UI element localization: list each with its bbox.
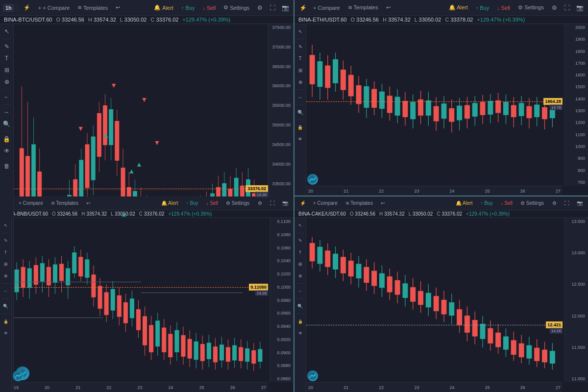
camera-icon-4[interactable]: 📷 [574, 198, 585, 209]
timeframe-btn-1[interactable]: 1h [3, 4, 14, 12]
alert-btn-3[interactable]: 🔔 Alert [158, 199, 181, 207]
layout-tool-4[interactable]: ⊞ [295, 259, 306, 270]
lock-tool-4[interactable]: 🔒 [295, 316, 306, 327]
lock-tool-1[interactable]: 🔒 [1, 134, 12, 145]
cursor-tool-2[interactable]: ↖ [295, 26, 306, 37]
svg-rect-275 [488, 328, 493, 343]
eye-tool-1[interactable]: 👁 [1, 146, 12, 156]
buy-btn-4[interactable]: ↑ Buy [478, 199, 496, 207]
settings-btn-2[interactable]: ⚙ Settings [515, 3, 547, 12]
sell-btn-1[interactable]: ↓ Sell [199, 4, 219, 12]
gear-icon-1[interactable]: ⚙ [254, 2, 265, 13]
expand-icon-1[interactable]: ⛶ [267, 2, 278, 13]
toolbar-3: ⚡ + Compare ≋ Templates ↩ 🔔 Alert ↑ Buy … [0, 196, 294, 210]
magnet-tool-1[interactable]: ⊕ [1, 76, 12, 87]
sell-btn-4[interactable]: ↓ Sell [498, 199, 515, 207]
settings-btn-1[interactable]: ⚙ Settings [220, 3, 252, 12]
cursor-tool-3[interactable]: ↖ [0, 220, 11, 231]
back-tool-4[interactable]: ← [295, 286, 306, 296]
trash-tool-1[interactable]: 🗑 [1, 161, 12, 172]
text-tool-2[interactable]: T [295, 53, 306, 64]
back-tool-1[interactable]: ← [1, 92, 12, 102]
camera-icon-2[interactable]: 📷 [574, 2, 585, 13]
templates-btn-1[interactable]: ≋ Templates [74, 3, 111, 12]
text-tool-3[interactable]: T [0, 247, 11, 258]
chart-panel-3: ⚡ + Compare ≋ Templates ↩ 🔔 Alert ↑ Buy … [0, 196, 294, 392]
eye-tool-3[interactable]: 👁 [0, 328, 11, 339]
expand-icon-3[interactable]: ⛶ [267, 198, 278, 209]
zoom-tool-3[interactable]: 🔍 [0, 301, 11, 312]
camera-icon-1[interactable]: 📷 [280, 2, 291, 13]
templates-btn-3[interactable]: ≋ Templates [48, 199, 81, 207]
signal-up-1d: ▲ [121, 210, 127, 218]
toolbar-right-4: 🔔 Alert ↑ Buy ↓ Sell ⚙ Settings ⚙ ⛶ 📷 [453, 198, 585, 209]
svg-rect-123 [457, 106, 462, 120]
measure-tool-1[interactable]: ↔ [1, 107, 12, 118]
layout-tool-1[interactable]: ⊞ [1, 65, 12, 75]
indicators-btn-1[interactable]: ⚡ [21, 3, 33, 12]
eye-tool-2[interactable]: 👁 [295, 134, 306, 145]
pencil-tool-3[interactable]: ✎ [0, 235, 11, 246]
indicators-btn-4[interactable]: ⚡ [297, 198, 308, 209]
undo-btn-1[interactable]: ↩ [113, 3, 123, 12]
back-tool-2[interactable]: ← [295, 92, 306, 102]
svg-rect-279 [504, 337, 509, 349]
buy-btn-2[interactable]: ↑ Buy [473, 4, 492, 12]
pencil-tool-2[interactable]: ✎ [295, 41, 306, 52]
templates-btn-2[interactable]: ≋ Templates [345, 3, 381, 12]
compare-btn-3[interactable]: + Compare [16, 199, 46, 207]
alert-btn-2[interactable]: 🔔 Alert [446, 3, 471, 12]
magnet-tool-4[interactable]: ⊕ [295, 270, 306, 281]
svg-rect-32 [109, 110, 113, 145]
eye-tool-4[interactable]: 👁 [295, 328, 306, 339]
templates-btn-4[interactable]: ≋ Templates [343, 199, 376, 207]
sell-btn-3[interactable]: ↓ Sell [203, 199, 221, 207]
expand-icon-2[interactable]: ⛶ [562, 2, 572, 13]
svg-rect-103 [380, 92, 385, 108]
indicators-btn-2[interactable]: ⚡ [297, 2, 308, 13]
text-tool-1[interactable]: T [1, 53, 12, 64]
price-axis-2: 2000 1900 1800 1700 1600 1500 1400 1300 … [564, 24, 588, 186]
undo-btn-2[interactable]: ↩ [383, 3, 393, 12]
sep-tool-3 [3, 104, 11, 105]
layout-tool-3[interactable]: ⊞ [0, 259, 11, 270]
settings-btn-4[interactable]: ⚙ Settings [517, 199, 547, 207]
compare-btn-4[interactable]: + Compare [310, 199, 341, 207]
sell-btn-2[interactable]: ↓ Sell [494, 4, 513, 12]
expand-icon-4[interactable]: ⛶ [562, 198, 572, 209]
templates-icon-1: ≋ [77, 4, 82, 11]
alert-btn-1[interactable]: 🔔 Alert [151, 3, 176, 12]
compare-btn-1[interactable]: + + Compare [35, 4, 73, 12]
undo-btn-4[interactable]: ↩ [378, 199, 388, 207]
back-tool-3[interactable]: ← [0, 286, 11, 296]
svg-rect-117 [434, 106, 439, 121]
undo-btn-3[interactable]: ↩ [83, 199, 93, 207]
magnet-tool-2[interactable]: ⊕ [295, 76, 306, 87]
zoom-tool-2[interactable]: 🔍 [295, 107, 306, 118]
camera-icon-3[interactable]: 📷 [280, 198, 291, 209]
pencil-tool-1[interactable]: ✎ [1, 41, 12, 52]
layout-tool-2[interactable]: ⊞ [295, 65, 306, 75]
magnet-tool-3[interactable]: ⊕ [0, 270, 11, 281]
pencil-tool-4[interactable]: ✎ [295, 235, 306, 246]
lock-tool-3[interactable]: 🔒 [0, 316, 11, 327]
zoom-tool-1[interactable]: 🔍 [1, 119, 12, 129]
cursor-tool-4[interactable]: ↖ [295, 220, 306, 231]
text-tool-4[interactable]: T [295, 247, 306, 258]
price-line-2 [306, 101, 563, 102]
svg-rect-291 [550, 351, 555, 363]
svg-rect-200 [175, 330, 179, 352]
alert-btn-4[interactable]: 🔔 Alert [453, 199, 476, 207]
gear-icon-3[interactable]: ⚙ [254, 198, 265, 209]
svg-rect-129 [480, 102, 485, 115]
gear-icon-2[interactable]: ⚙ [549, 2, 560, 13]
buy-btn-1[interactable]: ↑ Buy [178, 4, 197, 12]
cursor-tool-1[interactable]: ↖ [1, 26, 12, 37]
lock-tool-2[interactable]: 🔒 [295, 122, 306, 133]
settings-btn-3[interactable]: ⚙ Settings [223, 199, 252, 207]
zoom-tool-4[interactable]: 🔍 [295, 301, 306, 312]
buy-btn-3[interactable]: ↑ Buy [183, 199, 201, 207]
gear-icon-4[interactable]: ⚙ [549, 198, 560, 209]
svg-rect-243 [364, 268, 369, 283]
compare-btn-2[interactable]: + Compare [310, 4, 343, 12]
